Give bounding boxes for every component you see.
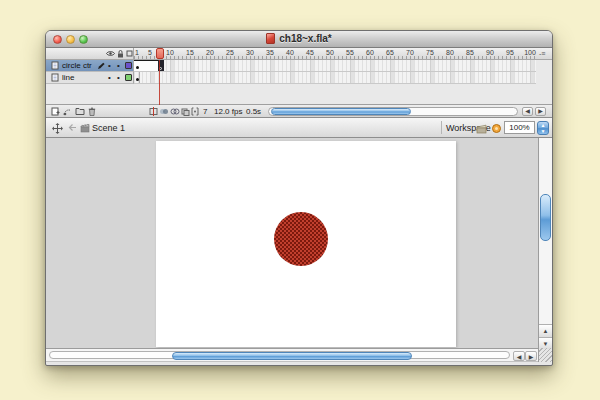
window-title: ch18~x.fla*: [46, 33, 552, 44]
ruler-number: 65: [386, 49, 394, 56]
keyframe-dot[interactable]: [136, 66, 139, 69]
scene-clapperboard-icon: [80, 123, 90, 133]
ruler-number: 20: [206, 49, 214, 56]
vertical-scrollbar-thumb[interactable]: [540, 194, 551, 241]
ruler-number: 40: [286, 49, 294, 56]
current-frame-value: 7: [203, 107, 207, 116]
ruler-number: 35: [266, 49, 274, 56]
horizontal-scrollbar-thumb[interactable]: [172, 352, 412, 360]
edit-scene-icon[interactable]: [476, 123, 488, 134]
modify-onion-markers-icon[interactable]: [191, 107, 199, 116]
timeline-scroll-left-arrow[interactable]: ◀: [522, 107, 533, 116]
outline-square-icon[interactable]: [126, 50, 133, 57]
layer-name: line: [62, 73, 74, 82]
ruler-number: 100: [524, 49, 536, 56]
layer-outline-color-swatch[interactable]: [125, 74, 132, 81]
ruler-number: 45: [306, 49, 314, 56]
layer-visible-dot[interactable]: •: [108, 72, 111, 84]
frame-span[interactable]: [134, 60, 158, 71]
playhead-marker[interactable]: [156, 48, 164, 59]
edit-bar-handle-icon[interactable]: [52, 123, 63, 134]
red-circle-shape[interactable]: [274, 212, 328, 266]
horizontal-scrollbar-track[interactable]: [49, 351, 510, 359]
document-icon: [266, 33, 275, 44]
ruler-number: 30: [246, 49, 254, 56]
layer-row-line[interactable]: line • •: [46, 72, 552, 84]
ruler-number: 70: [406, 49, 414, 56]
back-arrow-icon[interactable]: [68, 123, 77, 132]
scroll-left-arrow[interactable]: ◀: [513, 351, 525, 361]
edit-symbols-icon[interactable]: [491, 123, 502, 134]
frame-end-marker: [139, 72, 140, 83]
timeline-ruler[interactable]: 1510152025303540455055606570758085909510…: [134, 48, 536, 59]
layer-outline-color-swatch[interactable]: [125, 62, 132, 69]
timeline-scrollbar-thumb[interactable]: [271, 108, 411, 115]
window-title-text: ch18~x.fla*: [279, 33, 332, 44]
add-motion-guide-icon[interactable]: [63, 107, 72, 116]
window-resize-grip[interactable]: [538, 348, 552, 362]
center-frame-icon[interactable]: [149, 107, 158, 116]
insert-layer-folder-icon[interactable]: [75, 107, 85, 115]
ruler-number: 80: [446, 49, 454, 56]
workspace-menu[interactable]: Workspace ▾: [446, 123, 497, 133]
ruler-number: 5: [148, 49, 152, 56]
layer-name: circle ctr: [62, 61, 92, 70]
onion-skin-icon[interactable]: [159, 107, 169, 116]
layer-visible-dot[interactable]: •: [108, 60, 111, 72]
zoom-level-field[interactable]: 100%: [504, 121, 535, 134]
ruler-number: 95: [506, 49, 514, 56]
scroll-right-arrow[interactable]: ▶: [525, 351, 537, 361]
vertical-scrollbar[interactable]: ▲ ▼: [538, 138, 552, 348]
playhead-line[interactable]: [159, 60, 160, 105]
pasteboard[interactable]: [46, 138, 538, 348]
timeline-status-bar: 7 12.0 fps 0.5s ◀ ▶: [46, 104, 552, 117]
layers-header: [46, 48, 134, 59]
frame-view-menu-icon[interactable]: -≡: [539, 50, 549, 58]
insert-layer-icon[interactable]: [51, 107, 60, 116]
frames-strip-circle-ctr[interactable]: [134, 60, 536, 72]
frames-strip-line[interactable]: [134, 72, 536, 84]
flash-document-window: ch18~x.fla* 1510152025303540455055606570…: [45, 30, 553, 366]
window-titlebar[interactable]: ch18~x.fla*: [46, 31, 552, 48]
ruler-number: 90: [486, 49, 494, 56]
timeline-scroll-right-arrow[interactable]: ▶: [535, 107, 546, 116]
ruler-number: 75: [426, 49, 434, 56]
ruler-number: 15: [186, 49, 194, 56]
horizontal-scrollbar[interactable]: ◀ ▶: [46, 348, 538, 362]
ruler-number: 55: [346, 49, 354, 56]
layer-page-icon: [51, 73, 59, 82]
edit-multiple-frames-icon[interactable]: [181, 107, 190, 116]
timeline-scrollbar-track[interactable]: [268, 107, 518, 116]
stepper-down-icon[interactable]: ▼: [538, 128, 548, 134]
frame-rate-value[interactable]: 12.0 fps: [214, 107, 242, 116]
layer-row-circle-ctr[interactable]: circle ctr • •: [46, 60, 552, 72]
scroll-up-arrow[interactable]: ▲: [539, 325, 552, 337]
ruler-number: 10: [166, 49, 174, 56]
timeline-header: 1510152025303540455055606570758085909510…: [46, 48, 552, 60]
scene-breadcrumb[interactable]: Scene 1: [92, 123, 125, 133]
lock-icon[interactable]: [117, 50, 124, 58]
ruler-number: 25: [226, 49, 234, 56]
ruler-number: 1: [135, 49, 139, 56]
stage-canvas[interactable]: [156, 141, 456, 347]
timeline-layer-rows: circle ctr • •: [46, 60, 552, 105]
layer-lock-dot[interactable]: •: [117, 60, 120, 72]
onion-skin-outlines-icon[interactable]: [170, 107, 180, 116]
layer-lock-dot[interactable]: •: [117, 72, 120, 84]
show-hide-eye-icon[interactable]: [106, 50, 115, 57]
vertical-scrollbar-arrows: ▲ ▼: [539, 324, 552, 348]
delete-layer-icon[interactable]: [88, 107, 96, 116]
layer-info-line[interactable]: line • •: [46, 72, 134, 84]
layer-page-icon: [51, 61, 59, 70]
edit-bar-separator: [441, 121, 442, 134]
ruler-number: 85: [466, 49, 474, 56]
timeline-panel: 1510152025303540455055606570758085909510…: [46, 48, 552, 118]
ruler-number: 50: [326, 49, 334, 56]
layer-info-circle-ctr[interactable]: circle ctr • •: [46, 60, 134, 72]
elapsed-time-value: 0.5s: [246, 107, 261, 116]
zoom-stepper[interactable]: ▲ ▼: [537, 121, 549, 135]
pencil-active-icon: [97, 62, 105, 70]
ruler-number: 60: [366, 49, 374, 56]
edit-bar: Scene 1 Workspace ▾ 100% ▲ ▼: [46, 118, 552, 138]
